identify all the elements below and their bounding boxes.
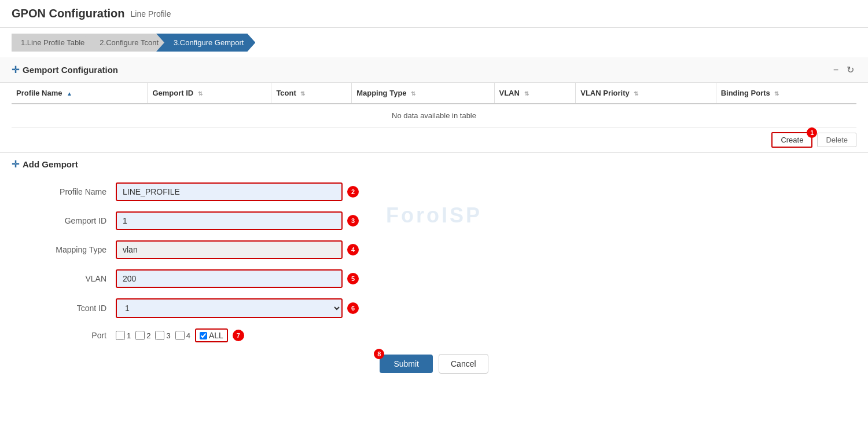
sort-icon-profile: ▲: [67, 90, 72, 97]
step-2-label[interactable]: 2.Configure Tcont: [82, 34, 170, 52]
step-1-label[interactable]: 1.Line Profile Table: [12, 34, 96, 52]
port-item-2: 2: [135, 331, 150, 340]
sort-icon-vlan: ⇅: [524, 90, 529, 97]
gemport-config-header: ✛ Gemport Configuration − ↻: [0, 57, 868, 83]
create-badge: 1: [807, 127, 817, 138]
steps-bar: 1.Line Profile Table 2.Configure Tcont 3…: [0, 28, 868, 57]
vlan-label: VLAN: [12, 274, 116, 283]
page-title: GPON Configuration: [12, 7, 125, 20]
port-all-wrapper: ALL: [195, 328, 228, 342]
profile-name-label: Profile Name: [12, 187, 116, 196]
col-mapping-type[interactable]: Mapping Type ⇅: [352, 83, 494, 104]
gemport-id-row: Gemport ID 3: [12, 211, 856, 230]
port-all-label: ALL: [209, 331, 223, 340]
profile-name-row: Profile Name 2: [12, 182, 856, 201]
add-gemport-form: Profile Name 2 Gemport ID 3 Mapping Type…: [0, 182, 868, 374]
port-item-4: 4: [175, 331, 190, 340]
col-profile-name[interactable]: Profile Name ▲: [12, 83, 148, 104]
port-1-label: 1: [127, 331, 131, 340]
port-4-label: 4: [186, 331, 190, 340]
submit-badge: 8: [374, 349, 384, 359]
sort-icon-vlan-priority: ⇅: [634, 90, 638, 97]
mapping-type-input[interactable]: [116, 240, 343, 259]
tcont-id-label: Tcont ID: [12, 304, 116, 313]
mapping-type-field-wrapper: 4: [116, 240, 359, 259]
refresh-button[interactable]: ↻: [844, 63, 856, 76]
col-vlan[interactable]: VLAN ⇅: [494, 83, 576, 104]
step-1[interactable]: 1.Line Profile Table: [12, 34, 96, 52]
port-label: Port: [12, 331, 116, 340]
mapping-type-row: Mapping Type 4: [12, 240, 856, 259]
port-item-3: 3: [155, 331, 170, 340]
step-3[interactable]: 3.Configure Gemport: [163, 34, 255, 52]
port-all-checkbox[interactable]: [200, 332, 207, 339]
minimize-button[interactable]: −: [831, 63, 841, 76]
tcont-id-field-wrapper: 1 2 3 4 6: [116, 298, 359, 318]
gemport-table-wrapper: Profile Name ▲ Gemport ID ⇅ Tcont ⇅ Mapp…: [0, 83, 868, 127]
port-2-label: 2: [146, 331, 150, 340]
profile-name-badge: 2: [347, 186, 359, 198]
page-header: GPON Configuration Line Profile: [0, 0, 868, 28]
add-gemport-section: ✛ Add Gemport: [0, 152, 868, 182]
col-gemport-id[interactable]: Gemport ID ⇅: [148, 83, 271, 104]
gemport-config-title: ✛ Gemport Configuration: [12, 64, 118, 75]
gemport-id-label: Gemport ID: [12, 216, 116, 225]
profile-name-field-wrapper: 2: [116, 182, 359, 201]
port-field-wrapper: 1 2 3 4 ALL 7: [116, 328, 359, 342]
no-data-row: No data available in table: [12, 104, 856, 127]
tcont-id-row: Tcont ID 1 2 3 4 6: [12, 298, 856, 318]
tcont-id-badge: 6: [347, 302, 359, 314]
gemport-id-badge: 3: [347, 215, 359, 227]
table-header-row: Profile Name ▲ Gemport ID ⇅ Tcont ⇅ Mapp…: [12, 83, 856, 104]
cancel-button[interactable]: Cancel: [439, 354, 488, 374]
gemport-config-title-text: Gemport Configuration: [23, 65, 118, 75]
gemport-table: Profile Name ▲ Gemport ID ⇅ Tcont ⇅ Mapp…: [12, 83, 856, 127]
sort-icon-gemport: ⇅: [198, 90, 203, 97]
port-4-checkbox[interactable]: [175, 331, 185, 340]
port-2-checkbox[interactable]: [135, 331, 145, 340]
port-3-label: 3: [166, 331, 170, 340]
step-2[interactable]: 2.Configure Tcont: [89, 34, 170, 52]
vlan-badge: 5: [347, 273, 359, 284]
tcont-id-select[interactable]: 1 2 3 4: [116, 298, 343, 318]
form-actions: 8 Submit Cancel: [12, 354, 856, 374]
step-3-label[interactable]: 3.Configure Gemport: [156, 34, 255, 52]
port-badge: 7: [233, 330, 244, 341]
gemport-id-input[interactable]: [116, 211, 343, 230]
col-tcont[interactable]: Tcont ⇅: [271, 83, 352, 104]
mapping-type-label: Mapping Type: [12, 245, 116, 254]
mapping-type-badge: 4: [347, 244, 359, 255]
sort-icon-tcont: ⇅: [300, 90, 305, 97]
port-item-1: 1: [116, 331, 131, 340]
create-button[interactable]: Create 1: [771, 132, 812, 148]
gemport-id-field-wrapper: 3: [116, 211, 359, 230]
section-actions: − ↻: [831, 63, 856, 76]
submit-button[interactable]: 8 Submit: [380, 355, 433, 373]
col-vlan-priority[interactable]: VLAN Priority ⇅: [576, 83, 716, 104]
port-3-checkbox[interactable]: [155, 331, 164, 340]
add-gemport-pin-icon: ✛: [12, 159, 19, 170]
add-gemport-title: ✛ Add Gemport: [12, 159, 856, 170]
port-checkboxes: 1 2 3 4 ALL 7: [116, 328, 244, 342]
delete-button[interactable]: Delete: [817, 133, 856, 147]
sort-icon-mapping: ⇅: [411, 90, 415, 97]
port-1-checkbox[interactable]: [116, 331, 125, 340]
vlan-field-wrapper: 5: [116, 269, 359, 288]
page-subtitle: Line Profile: [131, 9, 171, 19]
vlan-input[interactable]: [116, 269, 343, 288]
vlan-row: VLAN 5: [12, 269, 856, 288]
profile-name-input[interactable]: [116, 182, 343, 201]
no-data-cell: No data available in table: [12, 104, 856, 127]
pin-icon: ✛: [12, 64, 19, 75]
add-gemport-title-text: Add Gemport: [23, 159, 78, 169]
sort-icon-binding: ⇅: [774, 90, 779, 97]
table-buttons: Create 1 Delete: [0, 127, 868, 152]
col-binding-ports[interactable]: Binding Ports ⇅: [716, 83, 856, 104]
port-row: Port 1 2 3 4: [12, 328, 856, 342]
